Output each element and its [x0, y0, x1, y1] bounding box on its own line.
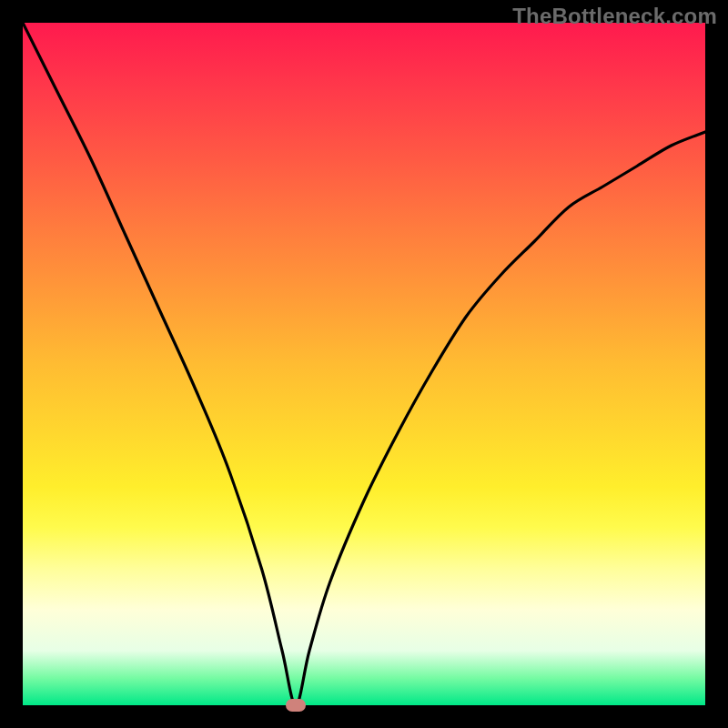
plot-area [23, 23, 705, 705]
minimum-marker [286, 699, 306, 712]
bottleneck-curve [23, 23, 705, 705]
curve-path [23, 23, 705, 705]
chart-frame: TheBottleneck.com [0, 0, 728, 728]
watermark-text: TheBottleneck.com [512, 4, 717, 29]
